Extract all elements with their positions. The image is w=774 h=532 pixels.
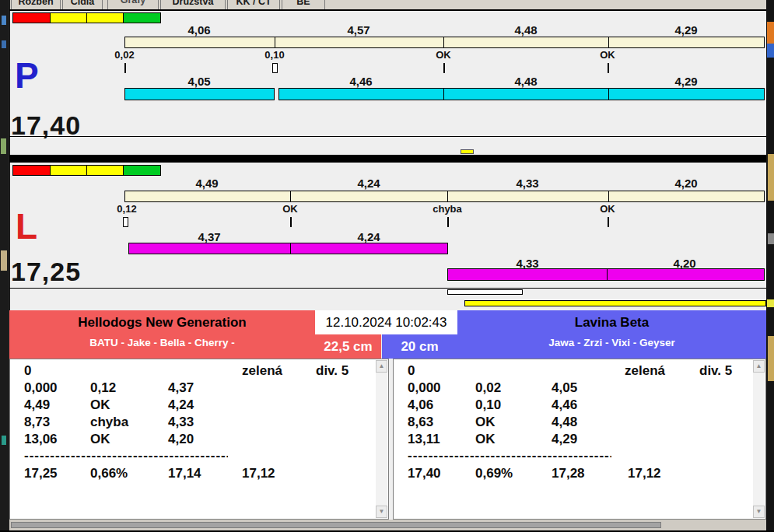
- team-right-name: Lavina Beta: [457, 315, 766, 331]
- tab-cidla[interactable]: Cidla: [62, 0, 103, 9]
- lane-l-ref-bar-seg: [447, 191, 609, 202]
- lane-l-run1-bar-seg: [128, 243, 291, 254]
- desktop-icon-fragment: [1, 138, 6, 154]
- start-result: 0,10: [475, 397, 501, 413]
- lane-l-total-time: 17,25: [11, 257, 81, 287]
- lane-l-mark-label-2: OK: [282, 203, 298, 215]
- lane-p-ref-bar-seg: [443, 37, 609, 48]
- panel-separator: [9, 155, 766, 163]
- team-right-scrollbar[interactable]: ▲ ▼: [753, 360, 765, 518]
- scroll-down-button[interactable]: ▼: [753, 506, 765, 518]
- team-left-jump-height: 22,5 cm: [315, 334, 381, 359]
- total-net: 17,14: [168, 466, 201, 481]
- lane-l-run2-bar-seg: [607, 268, 765, 281]
- lane-p-mark-tick-4: [608, 63, 609, 73]
- lane-l-mark-tick-3: [447, 217, 449, 227]
- start-result: OK: [90, 397, 110, 413]
- lane-l-light-green: [123, 165, 161, 176]
- app-window: Rozbeh Cidla Grafy Družstva KK / CT BE 4…: [0, 0, 774, 532]
- lane-l-mark-label-4: OK: [600, 203, 615, 215]
- separator-line: ----------------------------------------…: [24, 448, 228, 464]
- team-left-results-list[interactable]: 0 zelená div. 5 0,000 0,12 4,37 4,49 OK …: [9, 359, 389, 520]
- lane-p-run-split-4: 4,29: [674, 75, 697, 88]
- lane-p-mark-tick-1: [124, 63, 126, 73]
- scroll-up-button[interactable]: ▲: [376, 360, 387, 373]
- lane-p-ref-split-2: 4,57: [347, 23, 369, 37]
- mini-yellow-marker: [461, 149, 474, 154]
- team-left-dogs: BATU - Jake - Bella - Cherry -: [9, 337, 315, 348]
- lane-l-ref-split-1: 4,49: [195, 177, 218, 190]
- lane-l-ref-bar-seg: [124, 191, 291, 202]
- team-right-jump-height: 20 cm: [382, 334, 457, 359]
- lane-l-ref-bar-seg: [608, 191, 765, 202]
- lane-p-light-yellow-2: [86, 12, 124, 23]
- lane-p-letter: P: [15, 58, 39, 93]
- lane-p-ref-split-4: 4,29: [674, 23, 697, 37]
- lane-p-mark-label-1: 0,02: [114, 49, 134, 61]
- lane-p-ref-split-3: 4,48: [514, 23, 537, 37]
- leg-time: 4,37: [168, 380, 194, 396]
- team-left-scrollbar[interactable]: ▲ ▼: [376, 360, 387, 518]
- lane-l-run1-split-1: 4,37: [198, 230, 220, 243]
- lane-p-run-bar-seg: [278, 88, 444, 100]
- start-result: OK: [475, 415, 496, 430]
- lane-l-letter: L: [16, 208, 37, 244]
- total-pct: 0,66%: [90, 466, 128, 481]
- card-color: zelená: [242, 363, 282, 379]
- leg-time: 4,46: [552, 397, 577, 413]
- team-right-header: Lavina Beta Jawa - Zrzi - Vixi - Geyser: [457, 310, 766, 359]
- lane-p-run-bar-seg: [443, 88, 609, 100]
- start-result: 0,02: [475, 380, 501, 396]
- aux-yellow-bar: [464, 300, 766, 306]
- desktop-icon-fragment: [767, 299, 774, 307]
- scroll-up-button[interactable]: ▲: [753, 360, 765, 373]
- total-pct: 0,69%: [475, 466, 513, 481]
- lane-l-run1-split-2: 4,24: [357, 230, 380, 243]
- tab-grafy[interactable]: Grafy: [107, 0, 159, 9]
- timestamp-box: 12.10.2024 10:02:43: [315, 310, 457, 334]
- total-net: 17,28: [552, 466, 585, 481]
- lane-p-mark-label-3: OK: [436, 49, 451, 61]
- status-bar: [9, 520, 766, 530]
- content-top-border: [9, 9, 766, 11]
- team-right-results-list[interactable]: 0 zelená div. 5 0,000 0,02 4,05 4,06 0,1…: [393, 359, 766, 520]
- scroll-down-button[interactable]: ▼: [376, 506, 387, 518]
- total-time: 17,40: [408, 466, 441, 481]
- desktop-edge-left: [0, 0, 8, 532]
- leg-time: 4,29: [552, 432, 577, 447]
- leg-time: 4,05: [552, 380, 577, 396]
- lane-p-run-split-2: 4,46: [349, 75, 372, 88]
- team-right-dogs: Jawa - Zrzi - Vixi - Geyser: [457, 337, 766, 348]
- start-result: OK: [90, 432, 110, 447]
- lane-l-run2-bar-seg: [447, 268, 608, 281]
- lane-l-mark-tick-4: [608, 217, 609, 227]
- run-number: 0: [24, 363, 31, 379]
- desktop-edge-right: [766, 0, 774, 532]
- status-progress: [11, 522, 661, 528]
- total-best: 17,12: [628, 466, 661, 481]
- tab-rozbeh[interactable]: Rozbeh: [11, 0, 61, 9]
- tab-kk-ct[interactable]: KK / CT: [227, 0, 280, 9]
- tab-druzstva[interactable]: Družstva: [160, 0, 226, 9]
- lane-p-light-green: [123, 12, 161, 23]
- split-time: 8,73: [24, 415, 50, 430]
- leg-time: 4,33: [168, 415, 194, 430]
- leg-time: 4,24: [168, 397, 194, 413]
- lane-l-mark-tick-2: [290, 217, 292, 227]
- lane-l-light-red: [12, 165, 51, 176]
- lane-l-ref-split-4: 4,20: [674, 177, 697, 190]
- card-color: zelená: [625, 363, 665, 379]
- division: div. 5: [316, 363, 348, 379]
- tab-be[interactable]: BE: [282, 0, 325, 9]
- start-result: OK: [475, 432, 496, 447]
- lane-l-mark-label-1: 0,12: [117, 203, 136, 215]
- lane-p-mark-label-4: OK: [600, 49, 615, 61]
- desktop-icon-fragment: [2, 436, 6, 445]
- split-time: 13,06: [24, 432, 58, 447]
- split-time: 0,000: [24, 380, 58, 396]
- desktop-icon-fragment: [768, 336, 774, 381]
- split-time: 8,63: [408, 415, 433, 430]
- lane-p-run-bar-seg: [608, 88, 765, 100]
- team-left-name: Hellodogs New Generation: [9, 315, 315, 331]
- leg-time: 4,48: [552, 415, 577, 430]
